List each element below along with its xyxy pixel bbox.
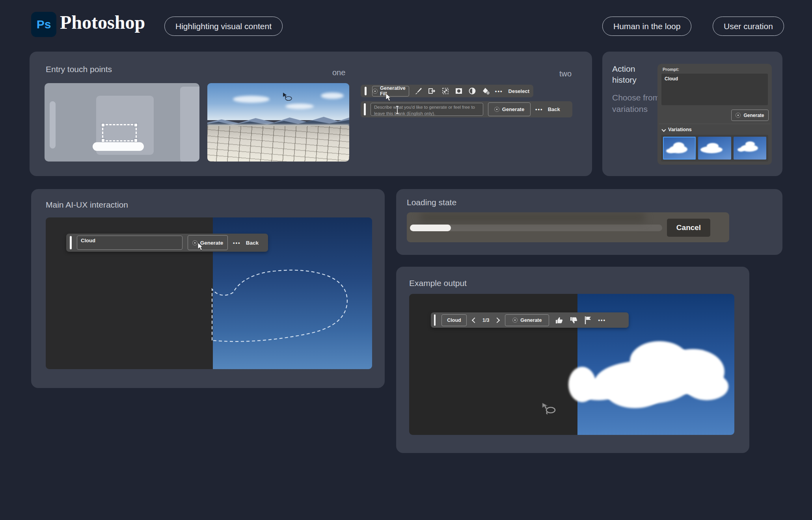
lasso-cursor-icon xyxy=(280,93,293,102)
thumbs-up-icon[interactable] xyxy=(555,316,564,325)
main-card-title: Main AI-UX interaction xyxy=(46,200,128,210)
toolbar-handle[interactable] xyxy=(70,236,72,249)
desert-selection-screenshot xyxy=(207,83,349,162)
photoshop-logo-text: Ps xyxy=(37,18,51,31)
lasso-cursor-icon xyxy=(541,402,557,415)
variations-label: Variations xyxy=(668,127,692,132)
generate-button[interactable]: Generate xyxy=(488,102,531,116)
page: Ps Photoshop Highlighting visual content… xyxy=(0,0,812,520)
mask-icon[interactable] xyxy=(455,87,463,95)
toolbar-handle[interactable] xyxy=(434,314,436,326)
chevron-down-icon xyxy=(661,127,666,132)
generate-icon xyxy=(192,240,197,245)
more-options-icon[interactable]: ••• xyxy=(233,240,241,246)
mockup-contextual-taskbar xyxy=(93,142,144,151)
example-output-card: Example output Cloud 1/3 xyxy=(396,267,749,453)
prompt-value: Cloud xyxy=(81,238,95,243)
variations-header[interactable]: Variations xyxy=(662,127,692,132)
prompt-input[interactable]: Describe what you'd like to generate or … xyxy=(371,103,483,116)
step-label-one: one xyxy=(332,68,345,77)
example-output-screenshot: Cloud 1/3 Generate • xyxy=(409,294,734,435)
mockup-toolbar-hint xyxy=(50,101,56,149)
prompt-placeholder: Describe what you'd like to generate or … xyxy=(374,105,475,116)
app-wireframe-mockup xyxy=(45,83,199,162)
variation-thumbnail-2[interactable] xyxy=(698,137,731,160)
generate-label: Generate xyxy=(502,106,524,112)
panel-generate-label: Generate xyxy=(743,113,764,118)
main-interaction-screenshot: Cloud Generate ••• Back xyxy=(46,217,372,369)
toolbar-handle[interactable] xyxy=(365,87,367,95)
progress-fill xyxy=(410,225,451,231)
brush-icon[interactable] xyxy=(415,87,423,95)
prompt-value: Cloud xyxy=(447,318,461,323)
arrow-cursor xyxy=(386,93,392,102)
loading-bar-screenshot: Cancel xyxy=(407,212,729,242)
mockup-panel-hint xyxy=(180,87,199,162)
selection-marquee-icon xyxy=(102,124,137,141)
generate-icon xyxy=(512,318,518,323)
action-history-card: Action history Choose from variations Pr… xyxy=(602,52,782,176)
page-title: Photoshop xyxy=(60,9,145,36)
variations-strip xyxy=(661,135,768,162)
more-options-icon[interactable]: ••• xyxy=(598,317,606,323)
photoshop-logo: Ps xyxy=(31,12,56,37)
prompt-toolbar: Cloud Generate ••• Back xyxy=(66,234,268,252)
prompt-input[interactable]: Cloud xyxy=(77,236,183,250)
cloud-selection-outline xyxy=(208,262,354,350)
prompt-textarea[interactable]: Cloud xyxy=(661,74,768,105)
variation-thumbnail-1[interactable] xyxy=(663,137,696,160)
generate-icon xyxy=(736,113,741,118)
variation-thumbnail-3[interactable] xyxy=(734,137,766,160)
generate-button[interactable]: Generate xyxy=(505,314,549,326)
generative-properties-panel: Prompt: Cloud Generate Variations xyxy=(657,64,772,165)
next-variation-icon[interactable] xyxy=(494,317,500,323)
variation-page-indicator: 1/3 xyxy=(482,318,489,323)
patch-tool-icon[interactable] xyxy=(428,87,436,95)
lasso-selection-outline xyxy=(229,100,328,141)
main-interaction-card: Main AI-UX interaction Cloud Generate ••… xyxy=(31,189,385,388)
flag-icon[interactable] xyxy=(584,316,592,325)
back-button[interactable]: Back xyxy=(246,240,259,246)
entry-touch-points-card: Entry touch points one two xyxy=(30,52,592,176)
adjustment-icon[interactable] xyxy=(468,87,476,95)
panel-divider xyxy=(659,124,770,124)
toolbar-handle[interactable] xyxy=(364,103,366,115)
step-label-two: two xyxy=(559,69,572,78)
result-toolbar: Cloud 1/3 Generate • xyxy=(431,312,629,328)
generative-fill-icon xyxy=(372,89,378,94)
generate-button[interactable]: Generate xyxy=(188,235,228,250)
prompt-label: Prompt: xyxy=(663,67,679,72)
paint-bucket-icon[interactable] xyxy=(482,87,490,95)
prompt-chip[interactable]: Cloud xyxy=(441,314,467,326)
cloud-streak xyxy=(321,93,344,99)
loading-state-card: Loading state Cancel xyxy=(396,189,782,255)
generate-label: Generate xyxy=(520,318,542,323)
output-card-title: Example output xyxy=(409,279,467,288)
cancel-button[interactable]: Cancel xyxy=(667,219,710,237)
loading-card-title: Loading state xyxy=(407,198,456,207)
thumbs-down-icon[interactable] xyxy=(570,316,578,325)
badge-human-in-the-loop: Human in the loop xyxy=(602,17,691,36)
tagline-badge: Highlighting visual content xyxy=(164,17,283,36)
arrow-cursor xyxy=(197,243,204,251)
more-options-icon[interactable]: ••• xyxy=(495,88,503,94)
badge-user-curation: User curation xyxy=(713,17,784,36)
blurred-background xyxy=(420,212,646,223)
panel-generate-button[interactable]: Generate xyxy=(731,110,769,121)
action-card-title: Action history xyxy=(612,63,659,86)
generate-icon xyxy=(494,107,499,112)
transform-icon[interactable] xyxy=(441,87,449,95)
entry-card-title: Entry touch points xyxy=(46,65,112,74)
generative-fill-label: Generative Fill xyxy=(380,85,409,97)
back-button[interactable]: Back xyxy=(548,106,560,112)
deselect-button[interactable]: Deselect xyxy=(508,88,529,94)
previous-variation-icon[interactable] xyxy=(472,317,477,323)
more-options-icon[interactable]: ••• xyxy=(535,106,543,112)
prompt-toolbar: Describe what you'd like to generate or … xyxy=(361,101,572,117)
ibeam-cursor xyxy=(395,106,399,114)
